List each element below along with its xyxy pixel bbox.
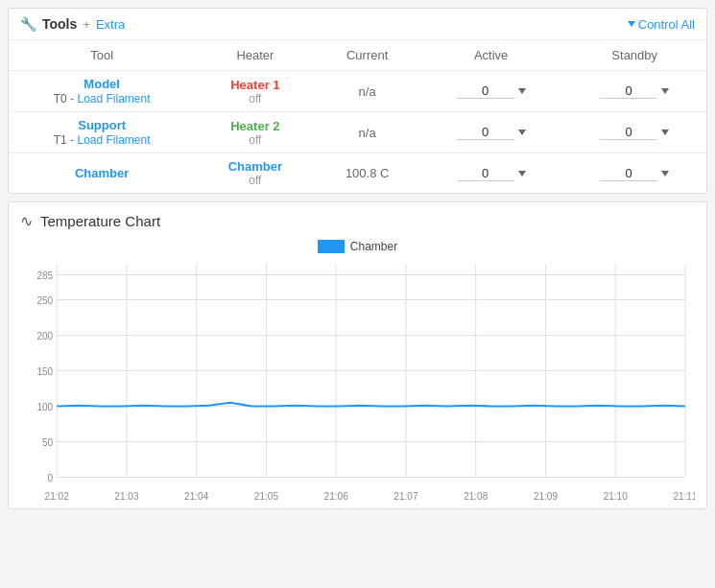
standby-input-group [600,166,669,181]
heater-name: Heater 2 [230,119,279,133]
chevron-down-icon [628,21,635,27]
tool-name[interactable]: Chamber [20,166,183,180]
heater-cell: Chamber off [195,153,315,194]
standby-cell [562,71,706,112]
active-input-group [457,83,526,99]
control-all-button[interactable]: Control All [628,17,695,32]
current-cell: n/a [315,112,418,153]
legend-item-chamber: Chamber [318,240,397,253]
chart-legend: Chamber [20,240,695,253]
chart-header: ∿ Temperature Chart [20,212,695,230]
active-cell [419,71,563,112]
tools-table: Tool Heater Current Active Standby Model… [9,40,706,193]
standby-input[interactable] [600,83,657,99]
extra-link[interactable]: Extra [96,17,125,32]
tool-sub: T1 - Load Filament [54,133,151,147]
svg-text:21:09: 21:09 [534,491,558,502]
active-input[interactable] [457,166,514,181]
tools-header: 🔧 Tools + Extra Control All [9,9,706,40]
active-input-group [457,125,526,140]
tool-cell: Chamber [9,153,195,194]
tool-sub: T0 - Load Filament [54,92,151,106]
table-row: Chamber Chamber off 100.8 C [9,153,706,194]
tool-cell: Support T1 - Load Filament [9,112,195,153]
col-current: Current [315,40,418,71]
svg-text:21:04: 21:04 [184,491,208,502]
standby-input[interactable] [600,125,657,140]
current-cell: n/a [315,71,418,112]
table-row: Support T1 - Load Filament Heater 2 off … [9,112,706,153]
svg-text:200: 200 [36,330,53,341]
svg-text:250: 250 [36,294,53,305]
standby-input-group [600,125,669,140]
legend-color-chamber [318,240,345,253]
svg-text:21:08: 21:08 [464,491,488,502]
plus-sign: + [83,17,90,32]
active-input-group [457,166,526,181]
svg-text:21:03: 21:03 [114,491,138,502]
col-tool: Tool [9,40,195,71]
svg-text:21:11: 21:11 [673,491,695,502]
tool-name[interactable]: Model [20,77,183,91]
heater-name: Heater 1 [230,78,279,92]
standby-dropdown-icon[interactable] [661,88,669,94]
col-heater: Heater [195,40,315,71]
active-cell [419,153,563,194]
standby-dropdown-icon[interactable] [661,171,669,176]
heater-name: Chamber [228,159,282,174]
load-filament-link[interactable]: Load Filament [77,92,150,106]
standby-cell [562,112,706,153]
svg-text:21:05: 21:05 [254,491,278,502]
chart-panel: ∿ Temperature Chart Chamber 285250200150… [8,201,707,509]
col-standby: Standby [562,40,706,71]
standby-input-group [600,83,669,99]
table-row: Model T0 - Load Filament Heater 1 off n/… [9,71,706,112]
heater-status: off [206,92,303,106]
chart-title: Temperature Chart [40,213,160,229]
standby-cell [562,153,706,194]
tools-panel: 🔧 Tools + Extra Control All Tool Heater … [8,8,707,194]
heater-cell: Heater 2 off [195,112,315,153]
svg-text:21:07: 21:07 [393,491,417,502]
active-dropdown-icon[interactable] [518,88,526,94]
tools-title: Tools [42,16,77,32]
heater-cell: Heater 1 off [195,71,315,112]
active-input[interactable] [457,125,514,140]
current-cell: 100.8 C [315,153,418,194]
standby-dropdown-icon[interactable] [661,129,669,135]
wrench-icon: 🔧 [20,16,36,32]
chart-icon: ∿ [20,212,33,230]
svg-text:21:10: 21:10 [604,491,628,502]
svg-text:21:06: 21:06 [324,491,348,502]
tool-cell: Model T0 - Load Filament [9,71,195,112]
legend-label-chamber: Chamber [350,240,397,253]
tools-header-left: 🔧 Tools + Extra [20,16,125,32]
active-cell [419,112,563,153]
svg-text:0: 0 [48,472,54,482]
active-dropdown-icon[interactable] [518,129,526,135]
load-filament-link[interactable]: Load Filament [77,133,150,147]
chart-container: 28525020015010050021:0221:0321:0421:0521… [20,259,695,508]
heater-status: off [206,174,303,187]
active-input[interactable] [457,83,514,99]
tool-name[interactable]: Support [20,118,183,132]
svg-text:285: 285 [36,270,53,281]
control-all-label: Control All [638,17,695,32]
svg-text:100: 100 [36,401,53,412]
temperature-chart-svg: 28525020015010050021:0221:0321:0421:0521… [20,259,695,508]
heater-status: off [206,133,303,147]
svg-text:150: 150 [36,365,53,376]
active-dropdown-icon[interactable] [518,171,526,176]
standby-input[interactable] [600,166,657,181]
svg-text:21:02: 21:02 [45,491,69,502]
svg-text:50: 50 [42,436,53,447]
col-active: Active [419,40,563,71]
